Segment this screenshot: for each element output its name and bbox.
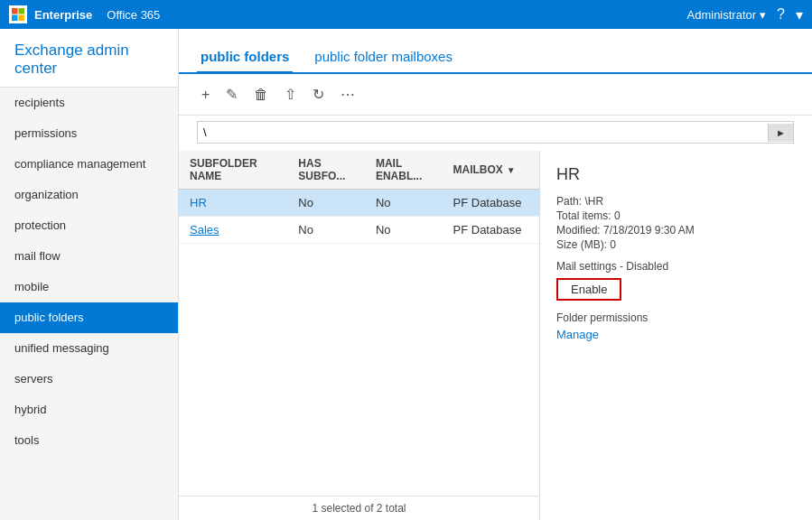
- table-row[interactable]: Sales No No PF Database: [179, 217, 539, 244]
- app-title: Exchange admin center: [0, 29, 178, 88]
- table-header: SUBFOLDER NAME HAS SUBFO... MAIL ENABL..…: [179, 151, 539, 190]
- sidebar-item-organization[interactable]: organization: [0, 180, 178, 210]
- sidebar-item-mobile[interactable]: mobile: [0, 272, 178, 302]
- detail-mail-settings-label: Mail settings - Disabled: [556, 260, 796, 273]
- cell-has-sales: No: [291, 217, 369, 243]
- admin-menu[interactable]: Administrator ▾: [687, 8, 767, 22]
- cell-has-hr: No: [291, 190, 369, 216]
- cell-name-hr: HR: [182, 190, 291, 216]
- more-options-icon[interactable]: ▾: [796, 6, 803, 23]
- col-header-has-subfolders: HAS SUBFO...: [291, 151, 369, 189]
- more-button[interactable]: ⋯: [336, 83, 359, 106]
- svg-rect-3: [19, 15, 25, 22]
- sidebar-item-unified-messaging[interactable]: unified messaging: [0, 333, 178, 364]
- top-bar: Enterprise Office 365 Administrator ▾ ? …: [0, 0, 812, 29]
- svg-rect-2: [12, 15, 18, 22]
- sidebar-item-recipients[interactable]: recipients: [0, 88, 178, 118]
- path-input[interactable]: [198, 122, 768, 143]
- manage-link[interactable]: Manage: [556, 328, 599, 341]
- sidebar-item-compliance-management[interactable]: compliance management: [0, 149, 178, 180]
- tab-public-folders[interactable]: public folders: [197, 43, 293, 74]
- detail-size: Size (MB): 0: [556, 238, 796, 251]
- microsoft-logo: [9, 5, 27, 23]
- table-area: SUBFOLDER NAME HAS SUBFO... MAIL ENABL..…: [179, 151, 540, 520]
- sidebar-item-servers[interactable]: servers: [0, 364, 178, 395]
- cell-mail-hr: No: [369, 190, 446, 216]
- table-row[interactable]: HR No No PF Database: [179, 190, 539, 217]
- top-bar-right: Administrator ▾ ? ▾: [687, 6, 803, 23]
- top-bar-office365[interactable]: Office 365: [107, 8, 160, 22]
- detail-panel: HR Path: \HR Total items: 0 Modified: 7/…: [540, 151, 812, 520]
- detail-modified: Modified: 7/18/2019 9:30 AM: [556, 224, 796, 237]
- path-arrow-button[interactable]: ►: [768, 124, 793, 142]
- edit-button[interactable]: ✎: [221, 83, 242, 106]
- content-area: public folders public folder mailboxes +…: [179, 29, 812, 520]
- col-header-subfolder-name: SUBFOLDER NAME: [182, 151, 291, 189]
- move-up-button[interactable]: ⇧: [280, 83, 301, 106]
- sidebar-item-public-folders[interactable]: public folders: [0, 302, 178, 333]
- tab-bar: public folders public folder mailboxes: [179, 29, 812, 74]
- sidebar-item-hybrid[interactable]: hybrid: [0, 395, 178, 425]
- sidebar-item-protection[interactable]: protection: [0, 210, 178, 241]
- detail-title: HR: [556, 165, 796, 184]
- table-body: HR No No PF Database Sales No No PF Data…: [179, 190, 539, 496]
- svg-rect-1: [19, 8, 25, 14]
- status-bar: 1 selected of 2 total: [179, 496, 539, 520]
- detail-total-items: Total items: 0: [556, 209, 796, 222]
- top-bar-apps: Enterprise Office 365: [34, 8, 687, 22]
- path-bar: ►: [197, 121, 794, 144]
- add-button[interactable]: +: [197, 84, 214, 106]
- split-view: SUBFOLDER NAME HAS SUBFO... MAIL ENABL..…: [179, 151, 812, 520]
- cell-name-sales: Sales: [182, 217, 291, 243]
- help-icon[interactable]: ?: [777, 6, 785, 23]
- cell-mailbox-sales: PF Database: [446, 217, 536, 243]
- tab-public-folder-mailboxes[interactable]: public folder mailboxes: [311, 43, 456, 74]
- cell-mail-sales: No: [369, 217, 446, 243]
- svg-rect-0: [12, 8, 18, 14]
- sidebar-item-mail-flow[interactable]: mail flow: [0, 241, 178, 272]
- refresh-button[interactable]: ↻: [308, 83, 329, 106]
- sidebar-item-permissions[interactable]: permissions: [0, 118, 178, 149]
- sidebar: Exchange admin center recipients permiss…: [0, 29, 179, 520]
- detail-path: Path: \HR: [556, 195, 796, 208]
- col-header-mail-enabled: MAIL ENABL...: [369, 151, 446, 189]
- delete-button[interactable]: 🗑: [249, 84, 273, 106]
- cell-mailbox-hr: PF Database: [446, 190, 536, 216]
- folder-permissions-label: Folder permissions: [556, 311, 796, 324]
- top-bar-enterprise[interactable]: Enterprise: [34, 8, 92, 22]
- main-layout: Exchange admin center recipients permiss…: [0, 29, 812, 520]
- toolbar: + ✎ 🗑 ⇧ ↻ ⋯: [179, 74, 812, 116]
- sidebar-item-tools[interactable]: tools: [0, 425, 178, 456]
- col-header-mailbox: MAILBOX ▼: [446, 151, 536, 189]
- enable-button[interactable]: Enable: [556, 278, 621, 301]
